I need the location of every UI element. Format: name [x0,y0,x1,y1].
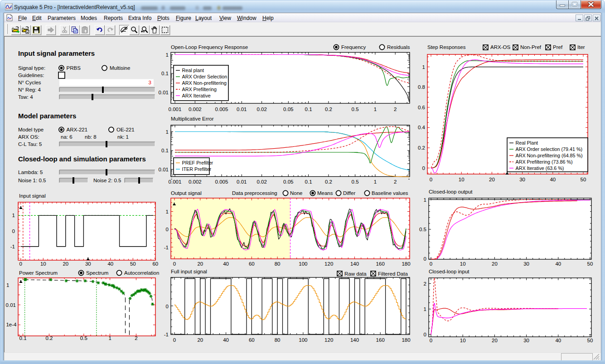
svg-text:ARX Order selection (79.41 %): ARX Order selection (79.41 %) [516,146,583,152]
svg-text:Noise 1: 0.5: Noise 1: 0.5 [18,178,46,183]
svg-text:0.2: 0.2 [45,335,53,341]
svg-text:Real plant: Real plant [182,68,204,73]
svg-text:0.01: 0.01 [6,302,16,308]
svg-text:0.5: 0.5 [352,107,359,112]
svg-text:Residuals: Residuals [387,44,410,50]
svg-text:60: 60 [249,337,255,343]
svg-text:0: 0 [19,261,22,267]
svg-text:120: 120 [324,261,333,267]
svg-text:Noise 2: 0.5: Noise 2: 0.5 [93,178,121,183]
svg-text:40: 40 [223,337,229,343]
svg-text:Autocorrelation: Autocorrelation [124,270,159,276]
svg-text:3: 3 [149,80,151,85]
svg-text:None: None [290,190,303,196]
svg-text:na: 6: na: 6 [61,134,73,140]
svg-text:Iter: Iter [577,44,585,50]
svg-text:30: 30 [523,338,529,343]
svg-text:0.01: 0.01 [237,107,247,112]
svg-text:2: 2 [424,281,426,286]
svg-text:Means: Means [317,190,333,196]
svg-text:0: 0 [424,332,426,337]
svg-text:Model type: Model type [18,127,44,132]
svg-text:Input signal parameters: Input signal parameters [18,49,95,57]
svg-text:0.01: 0.01 [159,90,169,95]
svg-text:0: 0 [430,338,432,343]
svg-text:2: 2 [135,335,137,341]
svg-text:Closed-loop and simulation par: Closed-loop and simulation parameters [18,155,146,163]
svg-text:PREF Prefilter: PREF Prefilter [182,160,213,165]
svg-text:160: 160 [376,261,385,267]
svg-text:ITER Prefilter: ITER Prefilter [182,166,212,172]
svg-text:Spectrum: Spectrum [86,270,108,276]
svg-text:20: 20 [489,177,495,182]
svg-text:60: 60 [249,261,255,267]
svg-text:80: 80 [275,261,281,267]
svg-text:20: 20 [63,261,68,267]
svg-text:160: 160 [376,337,385,343]
svg-text:ARX Prefiltering (73.86 %): ARX Prefiltering (73.86 %) [516,159,573,165]
svg-text:0: 0 [173,337,176,343]
svg-text:10: 10 [459,177,465,182]
svg-text:Lambda: 5: Lambda: 5 [18,170,43,175]
svg-text:0.2: 0.2 [325,107,332,112]
svg-text:1: 1 [166,52,169,58]
svg-text:0.01: 0.01 [159,167,169,172]
svg-text:N° Cycles: N° Cycles [18,80,41,85]
svg-text:0.005: 0.005 [215,107,228,112]
svg-text:0: 0 [422,165,425,171]
svg-text:1: 1 [422,64,425,70]
svg-text:0.6: 0.6 [418,105,425,110]
svg-text:0.8: 0.8 [418,84,425,90]
svg-text:PRBS: PRBS [67,65,81,71]
svg-text:nk: 1: nk: 1 [117,134,129,140]
svg-text:0.001: 0.001 [169,179,182,184]
svg-text:0: 0 [166,227,169,232]
svg-text:40: 40 [555,261,561,267]
svg-text:2: 2 [394,179,397,184]
svg-text:Real Plant: Real Plant [516,140,538,146]
svg-text:10: 10 [40,261,46,267]
svg-text:20: 20 [197,337,203,343]
svg-text:20: 20 [492,338,498,343]
svg-text:40: 40 [223,261,229,267]
svg-text:0.2: 0.2 [325,179,332,184]
svg-text:0.02: 0.02 [257,107,266,112]
svg-text:Input signal: Input signal [19,193,46,199]
svg-text:ARX OS:: ARX OS: [18,134,39,140]
svg-text:100: 100 [299,261,307,267]
svg-text:Model parameters: Model parameters [18,112,76,120]
svg-text:40: 40 [550,177,556,182]
svg-text:0.1: 0.1 [305,179,312,184]
svg-text:1: 1 [166,209,169,214]
svg-text:1: 1 [374,107,377,112]
svg-text:Non-Pref: Non-Pref [520,44,542,50]
svg-text:Data preprocessing: Data preprocessing [232,190,277,196]
svg-text:40: 40 [555,338,561,343]
svg-text:Baseline values: Baseline values [372,190,408,196]
svg-text:Output signal: Output signal [171,190,202,196]
svg-text:N° Reg: 4: N° Reg: 4 [18,87,41,92]
svg-text:40: 40 [107,261,113,267]
svg-text:60: 60 [152,261,158,267]
svg-text:Multiplicative Error: Multiplicative Error [171,116,214,121]
svg-text:1: 1 [166,129,169,135]
svg-text:-1: -1 [10,244,15,249]
svg-text:Step Responses: Step Responses [427,44,466,50]
svg-text:0.02: 0.02 [257,179,266,184]
svg-text:0: 0 [430,177,432,182]
svg-text:Power Spectrum: Power Spectrum [19,270,58,276]
svg-text:0.5: 0.5 [419,227,426,232]
svg-text:180: 180 [402,337,410,343]
svg-text:ARX-OS: ARX-OS [490,44,510,50]
svg-text:Raw data: Raw data [344,271,367,277]
svg-text:10: 10 [460,261,466,267]
svg-text:Frequency: Frequency [341,44,366,50]
svg-text:1: 1 [108,335,111,341]
svg-text:0: 0 [430,261,432,267]
svg-text:-1: -1 [164,332,169,337]
svg-text:0: 0 [424,256,426,262]
svg-text:Tsw: 4: Tsw: 4 [18,94,33,100]
svg-text:Pref: Pref [553,44,563,50]
svg-text:0.05: 0.05 [283,107,293,112]
svg-text:1: 1 [424,197,426,203]
